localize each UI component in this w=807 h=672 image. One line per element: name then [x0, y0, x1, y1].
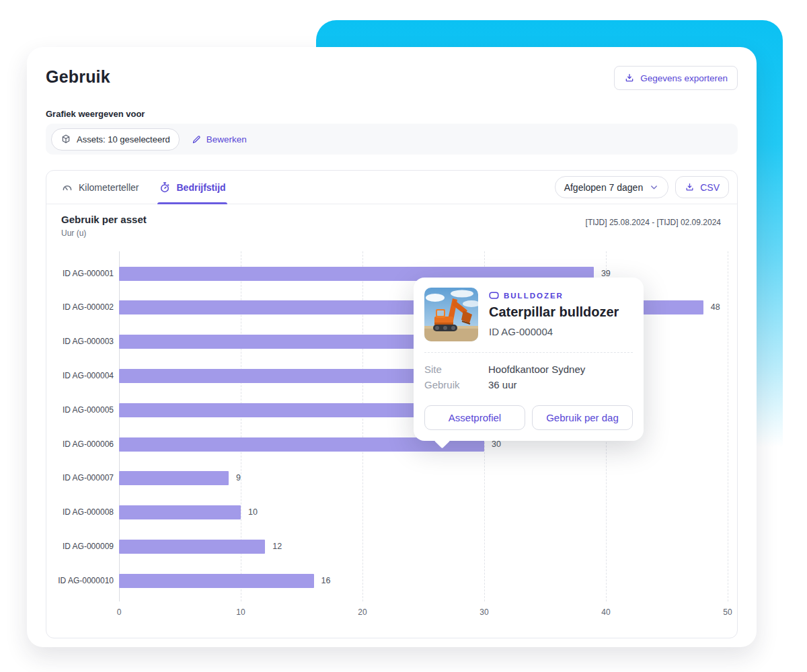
- odometer-icon: [61, 181, 73, 194]
- tooltip-head: BULLDOZER Caterpillar bulldozer ID AG-00…: [424, 288, 633, 341]
- asset-photo: [424, 288, 478, 341]
- csv-button-label: CSV: [700, 182, 720, 193]
- bar-value-label: 10: [248, 505, 258, 519]
- bar-value-label: 16: [321, 574, 331, 588]
- asset-tooltip-card: BULLDOZER Caterpillar bulldozer ID AG-00…: [414, 278, 644, 441]
- bar-ID AG-000007[interactable]: [119, 471, 229, 485]
- y-axis-label: ID AG-000003: [46, 335, 114, 349]
- download-icon: [624, 73, 635, 83]
- chart-filter-label: Grafiek weergeven voor: [46, 109, 145, 119]
- x-axis-tick: 20: [358, 607, 367, 617]
- chart-unit-label: Uur (u): [61, 228, 147, 238]
- filter-strip: Assets: 10 geselecteerd Bewerken: [46, 124, 738, 155]
- x-axis-tick: 50: [723, 607, 732, 617]
- stopwatch-icon: [159, 181, 171, 194]
- tooltip-buttons: Assetprofiel Gebruik per dag: [424, 405, 633, 430]
- pencil-icon: [192, 134, 202, 144]
- y-axis-label: ID AG-000008: [46, 505, 114, 519]
- y-axis-label: ID AG-000006: [46, 437, 114, 452]
- tooltip-info-rows: Site Hoofdkantoor Sydney Gebruik 36 uur: [424, 362, 633, 392]
- asset-category-label: BULLDOZER: [504, 292, 564, 300]
- tab-bar: Kilometerteller Bedrijfstijd Afgelopen 7…: [46, 171, 737, 204]
- y-axis-label: ID AG-000009: [46, 540, 114, 554]
- bar-ID AG-0000010[interactable]: [119, 574, 314, 588]
- chart-header: Gebruik per asset Uur (u): [61, 214, 147, 238]
- y-axis-label: ID AG-000007: [46, 471, 114, 485]
- bar-ID AG-000009[interactable]: [119, 540, 265, 554]
- date-range-value: Afgelopen 7 dagen: [564, 182, 644, 193]
- tooltip-divider: [424, 352, 633, 353]
- y-axis-label: ID AG-000004: [46, 369, 114, 383]
- chart-title: Gebruik per asset: [61, 214, 147, 225]
- usage-per-day-button[interactable]: Gebruik per dag: [532, 405, 633, 430]
- page-title: Gebruik: [46, 67, 110, 87]
- bar-value-label: 9: [236, 471, 241, 485]
- chart-date-range: [TIJD] 25.08.2024 - [TIJD] 02.09.2024: [586, 218, 721, 227]
- info-value: Hoofdkantoor Sydney: [488, 362, 585, 377]
- export-data-button[interactable]: Gegevens exporteren: [614, 66, 738, 90]
- tab-label: Bedrijfstijd: [176, 182, 225, 193]
- bar-value-label: 48: [711, 300, 720, 314]
- tab-kilometerteller[interactable]: Kilometerteller: [61, 171, 139, 204]
- edit-link-label: Bewerken: [206, 134, 247, 144]
- usage-dashboard: { "header": { "title": "Gebruik", "expor…: [0, 0, 807, 672]
- y-axis-label: ID AG-000001: [46, 267, 114, 281]
- category-tag-icon: [489, 291, 499, 300]
- tab-label: Kilometerteller: [79, 182, 139, 193]
- asset-profile-button[interactable]: Assetprofiel: [424, 405, 525, 430]
- x-axis-tick: 10: [236, 607, 245, 617]
- y-axis-label: ID AG-0000010: [46, 574, 114, 588]
- chevron-down-icon: [649, 182, 659, 192]
- info-label: Site: [424, 362, 488, 377]
- x-axis-tick: 30: [479, 607, 488, 617]
- assets-filter-chip[interactable]: Assets: 10 geselecteerd: [51, 128, 180, 151]
- date-range-select[interactable]: Afgelopen 7 dagen: [555, 176, 669, 198]
- tab-bedrijfstijd[interactable]: Bedrijfstijd: [159, 171, 225, 204]
- edit-assets-link[interactable]: Bewerken: [192, 134, 247, 144]
- gridline-x-50: [728, 251, 728, 601]
- bar-ID AG-000008[interactable]: [119, 505, 241, 519]
- info-value: 36 uur: [488, 377, 517, 392]
- asset-title: Caterpillar bulldozer: [489, 304, 619, 320]
- usage-card: Gebruik Gegevens exporteren Grafiek weer…: [27, 47, 757, 647]
- info-row-site: Site Hoofdkantoor Sydney: [424, 362, 633, 377]
- csv-export-button[interactable]: CSV: [675, 176, 729, 198]
- bar-value-label: 12: [272, 540, 282, 554]
- info-label: Gebruik: [424, 377, 488, 392]
- tooltip-head-text: BULLDOZER Caterpillar bulldozer ID AG-00…: [489, 288, 619, 341]
- download-icon: [685, 182, 695, 192]
- cube-icon: [61, 134, 71, 144]
- y-axis-label: ID AG-000005: [46, 403, 114, 417]
- assets-chip-label: Assets: 10 geselecteerd: [77, 134, 170, 144]
- y-axis-label: ID AG-000002: [46, 300, 114, 314]
- export-button-label: Gegevens exporteren: [640, 73, 728, 83]
- asset-category: BULLDOZER: [489, 291, 619, 300]
- info-row-usage: Gebruik 36 uur: [424, 377, 633, 392]
- asset-id: ID AG-000004: [489, 326, 619, 337]
- x-axis-tick: 0: [117, 607, 122, 617]
- x-axis-tick: 40: [601, 607, 610, 617]
